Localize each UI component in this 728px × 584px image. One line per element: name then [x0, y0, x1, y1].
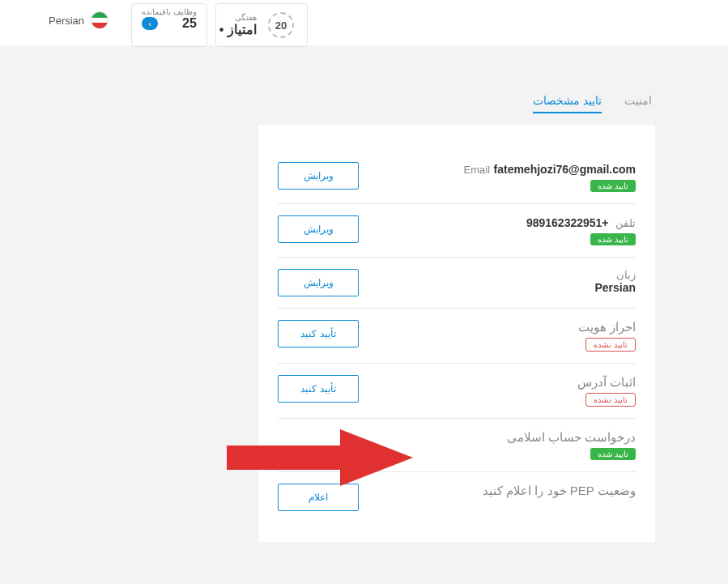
identity-unverified-badge: تایید نشده	[585, 338, 636, 352]
row-phone: تلفن +989162322951 تایید شده ویرایش	[278, 204, 636, 258]
language-selector[interactable]: Persian	[49, 11, 109, 29]
phone-verified-badge: تایید شده	[590, 233, 636, 245]
wreath-badge-icon: 20	[263, 7, 299, 43]
points-label: هفتگی	[219, 13, 257, 22]
address-label: اثبات آدرس	[577, 375, 636, 390]
row-pep: وضعیت PEP خود را اعلام کنید اعلام	[278, 472, 636, 522]
iran-flag-icon	[91, 11, 109, 29]
row-language: زبان Persian ویرایش	[278, 258, 636, 309]
language-field-label: زبان	[594, 269, 636, 281]
pep-label: وضعیت PEP خود را اعلام کنید	[483, 484, 636, 498]
islamic-account-verified-badge: تایید شده	[590, 448, 636, 460]
language-label: Persian	[49, 15, 84, 27]
phone-label: تلفن	[615, 217, 636, 229]
identity-label: احراز هویت	[578, 320, 636, 335]
row-islamic-account: درخواست حساب اسلامی تایید شده	[278, 419, 636, 472]
verify-address-button[interactable]: تأیید کنید	[278, 375, 359, 403]
tab-verification[interactable]: تایید مشخصات	[533, 94, 602, 113]
verification-panel: Email fatemehjozi76@gmail.com تایید شده …	[258, 125, 655, 542]
tasks-label: وظایف باقیمانده	[142, 7, 197, 16]
edit-phone-button[interactable]: ویرایش	[278, 215, 359, 243]
declare-pep-button[interactable]: اعلام	[278, 484, 359, 511]
tasks-value: 25	[182, 16, 197, 31]
row-identity: احراز هویت تایید نشده تأیید کنید	[278, 309, 636, 364]
points-value: • امتیاز	[219, 22, 257, 37]
address-unverified-badge: تایید نشده	[585, 393, 636, 407]
edit-language-button[interactable]: ویرایش	[278, 269, 359, 296]
tasks-remaining-card[interactable]: وظایف باقیمانده ‹ 25	[131, 3, 207, 47]
islamic-account-label: درخواست حساب اسلامی	[507, 430, 636, 445]
wreath-number: 20	[268, 12, 294, 38]
email-label: Email	[464, 164, 491, 176]
row-address: اثبات آدرس تایید نشده تأیید کنید	[278, 364, 636, 419]
row-email: Email fatemehjozi76@gmail.com تایید شده …	[278, 151, 636, 204]
email-value: fatemehjozi76@gmail.com	[494, 163, 636, 176]
tab-security[interactable]: امنیت	[624, 94, 652, 113]
email-verified-badge: تایید شده	[590, 180, 636, 192]
language-field-value: Persian	[594, 281, 636, 294]
phone-value: +989162322951	[526, 216, 609, 229]
chevron-left-icon: ‹	[142, 17, 158, 30]
points-card[interactable]: هفتگی • امتیاز 20	[215, 3, 308, 47]
edit-email-button[interactable]: ویرایش	[278, 162, 359, 190]
tabs: امنیت تایید مشخصات	[0, 94, 655, 113]
verify-identity-button[interactable]: تأیید کنید	[278, 320, 359, 347]
top-bar: Persian وظایف باقیمانده ‹ 25 هفتگی • امت…	[0, 0, 728, 45]
